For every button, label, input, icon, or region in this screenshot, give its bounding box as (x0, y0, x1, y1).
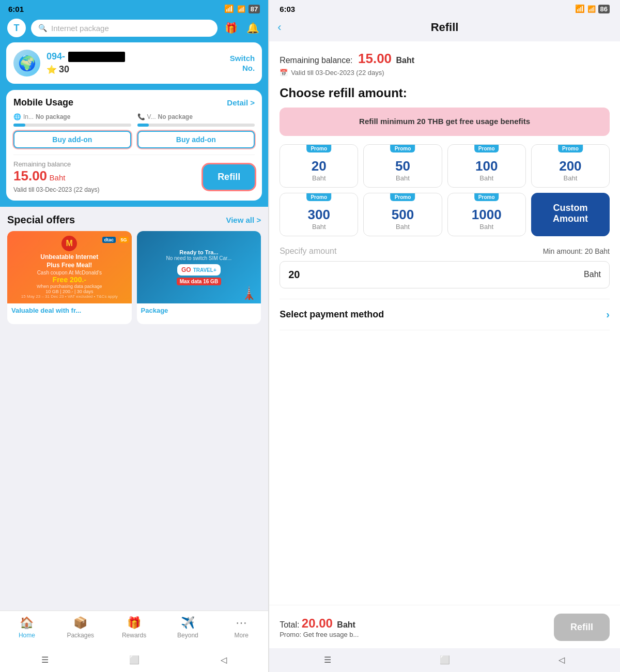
search-input-wrap[interactable]: 🔍 Internet package (31, 20, 218, 37)
switch-no[interactable]: SwitchNo. (230, 53, 255, 73)
total-section: Total: 20.00 Baht Promo: Get free usage … (280, 616, 359, 638)
refill-title: Refill (431, 21, 459, 34)
travel-image: 🗼 (241, 286, 257, 300)
right-content: Remaining balance: 15.00 Baht 📅 Valid ti… (269, 41, 620, 605)
promo-badge-500: Promo (391, 193, 415, 201)
search-placeholder: Internet package (51, 24, 109, 33)
refill-header: ‹ Refill (269, 16, 620, 41)
amount-500-unit: Baht (396, 223, 410, 231)
amount-100: 100 (475, 158, 498, 174)
nav-rewards-label: Rewards (122, 632, 146, 639)
nav-home[interactable]: 🏠 Home (0, 616, 54, 639)
nav-more[interactable]: ⋯ More (214, 616, 268, 639)
refill-button[interactable]: Refill (203, 164, 255, 190)
search-icon: 🔍 (38, 24, 47, 32)
nav-packages[interactable]: 📦 Packages (54, 616, 107, 639)
home-icon: 🏠 (20, 616, 34, 630)
nav-rewards[interactable]: 🎁 Rewards (107, 616, 161, 639)
mcdonalds-icon: M (61, 236, 77, 251)
offer-card-2[interactable]: Ready to Tra... No need to switch SIM Ca… (137, 231, 261, 324)
amount-1000: 1000 (472, 207, 502, 223)
offer-card-1-note: When purchasing data package10 GB | 200.… (37, 284, 102, 294)
choose-amount-title: Choose refill amount: (280, 86, 610, 100)
offer-card-2-sub: No need to switch SIM Car... (166, 255, 232, 261)
bottom-nav: 🏠 Home 📦 Packages 🎁 Rewards ✈️ Beyond ⋯ … (0, 610, 268, 648)
promo-badge-1000: Promo (474, 193, 499, 201)
buy-addon-internet-button[interactable]: Buy add-on (13, 131, 131, 148)
left-time: 6:01 (8, 5, 24, 13)
globe-icon: 🌐 (13, 113, 21, 120)
nav-more-label: More (235, 632, 249, 639)
wifi-icon: 📶 (224, 4, 234, 13)
specify-input[interactable] (288, 269, 584, 281)
packages-icon: 📦 (73, 616, 87, 630)
nav-packages-label: Packages (67, 632, 94, 639)
nav-beyond-label: Beyond (177, 632, 198, 639)
amount-200: 200 (559, 158, 581, 174)
amount-tile-200[interactable]: Promo 200 Baht (531, 144, 610, 188)
home-btn[interactable]: ⬜ (127, 652, 142, 667)
right-status-icons: 📶 📶 86 (575, 4, 610, 13)
bottom-bar: Total: 20.00 Baht Promo: Get free usage … (269, 605, 620, 648)
calendar-icon: 📅 (280, 69, 288, 77)
promo-badge-20: Promo (306, 145, 331, 152)
buy-addon-voice-button[interactable]: Buy add-on (137, 131, 255, 148)
phone-icon: 📞 (137, 113, 145, 120)
left-panel: 6:01 📶 📶 87 T 🔍 Internet package 🎁 🔔 🌍 0… (0, 0, 268, 672)
offer-card-1-free: Free 200.- (53, 276, 86, 284)
right-back-btn[interactable]: ◁ (554, 652, 569, 667)
internet-progress-fill (13, 124, 25, 127)
voice-progress-fill (137, 124, 149, 127)
amount-200-unit: Baht (564, 174, 578, 182)
brand-logo: T (7, 19, 26, 37)
usage-row: 🌐 In... No package Buy add-on 📞 V... No … (13, 113, 255, 148)
view-all-link[interactable]: View all > (226, 216, 261, 224)
detail-link[interactable]: Detail > (227, 98, 255, 107)
amount-tile-300[interactable]: Promo 300 Baht (280, 193, 358, 236)
specify-min: Min amount: 20 Baht (543, 247, 610, 255)
refill-bottom-button[interactable]: Refill (554, 614, 610, 641)
usage-header: Mobile Usage Detail > (13, 97, 255, 108)
offer-card-1[interactable]: M dtac 5G Unbeatable InternetPlus Free M… (7, 231, 132, 324)
menu-btn[interactable]: ☰ (38, 652, 52, 667)
balance-amount-row: 15.00 Baht (13, 168, 100, 184)
amount-20: 20 (312, 158, 327, 174)
amount-300: 300 (308, 207, 330, 223)
right-menu-btn[interactable]: ☰ (320, 652, 335, 667)
amount-tile-500[interactable]: Promo 500 Baht (363, 193, 442, 236)
nav-beyond[interactable]: ✈️ Beyond (161, 616, 214, 639)
specify-input-wrap[interactable]: Baht (280, 261, 610, 288)
amount-tile-100[interactable]: Promo 100 Baht (447, 144, 526, 188)
go-travel-logo: GO TRAVEL+ (177, 264, 221, 276)
amount-100-unit: Baht (479, 174, 493, 182)
back-button[interactable]: ‹ (277, 21, 281, 34)
remaining-label: Remaining balance: (280, 56, 352, 65)
payment-chevron-icon: › (606, 309, 610, 320)
promo-note: Promo: Get free usage b... (280, 631, 359, 638)
internet-label: 🌐 In... No package (13, 113, 131, 120)
right-time: 6:03 (280, 5, 295, 13)
special-offers-section: Special offers View all > M dtac 5G Unbe… (0, 207, 268, 610)
amount-tile-custom[interactable]: CustomAmount (531, 193, 610, 236)
more-icon: ⋯ (236, 616, 247, 630)
left-status-icons: 📶 📶 87 (224, 4, 260, 13)
bell-icon[interactable]: 🔔 (244, 20, 261, 36)
voice-usage: 📞 V... No package Buy add-on (137, 113, 255, 148)
amount-tile-1000[interactable]: Promo 1000 Baht (447, 193, 526, 236)
dtac-5g-badge: dtac 5G (102, 234, 129, 243)
promo-badge-50: Promo (391, 145, 415, 152)
gift-icon[interactable]: 🎁 (223, 20, 239, 36)
amount-tile-20[interactable]: Promo 20 Baht (280, 144, 358, 188)
balance-section: Remaining balance 15.00 Baht Valid till … (13, 160, 100, 193)
back-btn-sys[interactable]: ◁ (216, 652, 231, 667)
right-system-bar: ☰ ⬜ ◁ (269, 648, 620, 672)
balance-refill-row: Remaining balance 15.00 Baht Valid till … (13, 155, 255, 193)
refill-btn-wrap: Refill (203, 164, 255, 190)
right-home-btn[interactable]: ⬜ (438, 652, 452, 667)
amount-tile-50[interactable]: Promo 50 Baht (363, 144, 442, 188)
offers-header: Special offers View all > (7, 214, 261, 226)
payment-row[interactable]: Select payment method › (280, 309, 610, 320)
promo-banner: Refill minimum 20 THB get free usage ben… (280, 108, 610, 136)
account-info: 094- ⭐ 30 (47, 51, 224, 75)
offer-card-1-bg: M dtac 5G Unbeatable InternetPlus Free M… (7, 231, 132, 303)
